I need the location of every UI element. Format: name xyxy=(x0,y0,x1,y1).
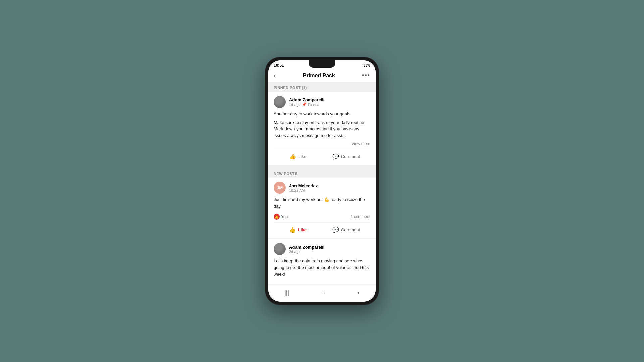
pinned-section-label: PINNED POST (1) xyxy=(268,82,376,92)
post-actions: 👍 Like 💬 Comment xyxy=(274,149,370,161)
post-header: Adam Zomparelli 2d ago xyxy=(274,243,370,255)
battery-icon: 83% xyxy=(364,64,370,67)
post-body: Let's keep the gain train moving and see… xyxy=(274,258,370,278)
pinned-post-card: Adam Zomparelli 1d ago 📌 Pinned Another … xyxy=(268,92,376,165)
like-button[interactable]: 👍 Like xyxy=(274,152,322,161)
status-icons: 83% xyxy=(364,64,370,67)
bottom-nav: ||| ○ ‹ xyxy=(268,285,376,302)
post-header: Adam Zomparelli 1d ago 📌 Pinned xyxy=(274,96,370,108)
view-more-link[interactable]: View more xyxy=(274,141,370,146)
post-meta: Jon Melendez 10:29 AM xyxy=(289,183,370,192)
comment-icon: 💬 xyxy=(332,227,339,233)
post-time-line: 2d ago xyxy=(289,250,370,254)
comment-label: Comment xyxy=(341,154,360,159)
avatar xyxy=(274,96,286,108)
post-header: JM Jon Melendez 10:29 AM xyxy=(274,182,370,194)
comment-icon: 💬 xyxy=(332,153,339,160)
nav-recent-apps[interactable]: ||| xyxy=(278,288,296,298)
like-label: Like xyxy=(298,154,306,159)
more-options-button[interactable]: ••• xyxy=(362,72,370,79)
avatar-initials: JM xyxy=(277,185,283,190)
like-icon: 👍 xyxy=(289,153,296,160)
phone-screen: 10:51 83% ‹ Primed Pack ••• PINNED POST … xyxy=(268,60,376,302)
comment-count[interactable]: 1 comment xyxy=(351,214,370,219)
post-time: 10:29 AM xyxy=(289,188,305,192)
post-author: Adam Zomparelli xyxy=(289,97,370,102)
content-scroll[interactable]: PINNED POST (1) Adam Zomparelli 1d ago 📌… xyxy=(268,82,376,285)
like-button-liked[interactable]: 👍 Like xyxy=(274,225,322,234)
like-icon-active: 👍 xyxy=(289,227,296,233)
phone-frame: 10:51 83% ‹ Primed Pack ••• PINNED POST … xyxy=(265,57,379,305)
post-reactions: 👍 You 1 comment xyxy=(274,212,370,221)
like-label: Like xyxy=(298,227,307,232)
post-author: Jon Melendez xyxy=(289,183,370,188)
new-post-card-2: Adam Zomparelli 2d ago Let's keep the ga… xyxy=(268,239,376,284)
post-time-line: 10:29 AM xyxy=(289,188,370,192)
comment-label: Comment xyxy=(341,227,360,232)
comment-button[interactable]: 💬 Comment xyxy=(322,225,370,234)
comment-button[interactable]: 💬 Comment xyxy=(322,152,370,161)
reaction-left: 👍 You xyxy=(274,214,288,220)
nav-back[interactable]: ‹ xyxy=(351,288,366,298)
post-author: Adam Zomparelli xyxy=(289,245,370,250)
post-meta: Adam Zomparelli 2d ago xyxy=(289,245,370,254)
notch xyxy=(309,60,335,68)
section-divider xyxy=(268,166,376,168)
reaction-you: You xyxy=(281,214,288,219)
post-body-line1: Another day to work towards your goals. xyxy=(274,111,370,117)
app-header: ‹ Primed Pack ••• xyxy=(268,69,376,82)
post-time: 2d ago xyxy=(289,250,301,254)
avatar xyxy=(274,243,286,255)
post-time-line: 1d ago 📌 Pinned xyxy=(289,102,370,107)
avatar-image xyxy=(274,243,286,255)
back-button[interactable]: ‹ xyxy=(274,72,276,79)
pin-icon: 📌 xyxy=(302,102,307,107)
like-reaction-bubble: 👍 xyxy=(274,214,280,220)
status-time: 10:51 xyxy=(274,63,284,68)
page-title: Primed Pack xyxy=(303,73,335,79)
avatar: JM xyxy=(274,182,286,194)
pinned-label: Pinned xyxy=(308,103,319,107)
post-body: Just finished my work out 💪 ready to sei… xyxy=(274,196,370,209)
new-posts-section-label: NEW POSTS xyxy=(268,168,376,178)
new-post-card-1: JM Jon Melendez 10:29 AM Just finished m… xyxy=(268,178,376,238)
post-time: 1d ago xyxy=(289,103,301,107)
post-body-line2: Make sure to stay on track of your daily… xyxy=(274,119,370,139)
nav-home[interactable]: ○ xyxy=(315,288,332,298)
post-actions: 👍 Like 💬 Comment xyxy=(274,222,370,234)
avatar-image xyxy=(274,96,286,108)
post-body: Another day to work towards your goals. … xyxy=(274,111,370,139)
post-meta: Adam Zomparelli 1d ago 📌 Pinned xyxy=(289,97,370,107)
